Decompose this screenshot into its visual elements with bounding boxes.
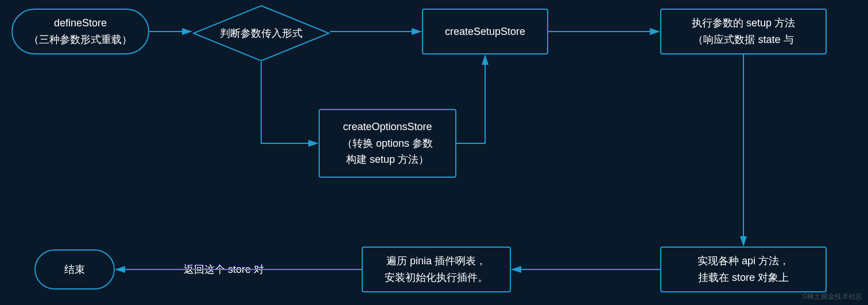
options-store-node: createOptionsStore （转换 options 参数 构建 set…	[319, 109, 456, 178]
api-line1: 实现各种 api 方法，	[698, 253, 789, 269]
plugins-node: 遍历 pinia 插件咧表， 安装初始化执行插件。	[362, 247, 511, 292]
decision-node: 判断参数传入形式	[192, 5, 330, 62]
end-node: 结束	[34, 249, 115, 290]
setup-store-label: createSetupStore	[445, 24, 525, 40]
setup-store-node: createSetupStore	[422, 9, 548, 54]
watermark: ©稀土掘金技术社区	[802, 292, 862, 302]
api-methods-node: 实现各种 api 方法， 挂载在 store 对象上	[660, 247, 827, 292]
start-line1: defineStore	[54, 15, 107, 32]
plugins-line1: 遍历 pinia 插件咧表，	[386, 253, 486, 269]
exec-setup-line1: 执行参数的 setup 方法	[692, 15, 795, 32]
options-store-line1: createOptionsStore	[343, 119, 432, 135]
exec-setup-node: 执行参数的 setup 方法 （响应式数据 state 与	[660, 9, 827, 54]
api-line2: 挂载在 store 对象上	[698, 269, 789, 286]
exec-setup-line2: （响应式数据 state 与	[693, 32, 793, 48]
start-node: defineStore （三种参数形式重载）	[11, 9, 149, 54]
plugins-line2: 安装初始化执行插件。	[385, 269, 488, 286]
options-store-line2: （转换 options 参数	[342, 135, 433, 152]
end-label: 结束	[64, 261, 85, 278]
return-label: 返回这个 store 对	[184, 263, 264, 276]
options-store-line3: 构建 setup 方法）	[346, 151, 429, 168]
decision-label: 判断参数传入形式	[220, 26, 303, 40]
start-line2: （三种参数形式重载）	[29, 32, 132, 48]
